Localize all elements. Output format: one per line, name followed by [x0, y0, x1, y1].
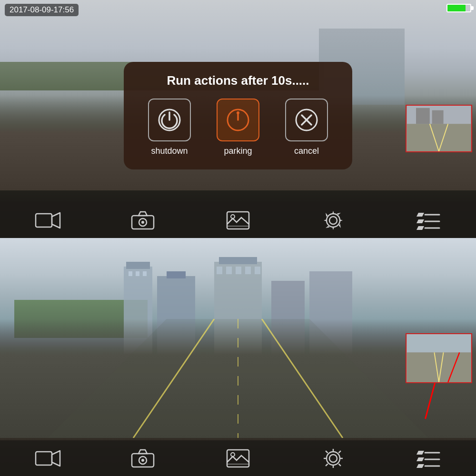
screen: 2017-08-09-17:56 Run actions after 10s..… — [0, 0, 476, 476]
gallery-button[interactable] — [221, 207, 255, 233]
svg-rect-45 — [255, 267, 260, 274]
svg-marker-75 — [416, 451, 424, 455]
shutdown-label: shutdown — [151, 146, 188, 156]
toolbar-top — [0, 202, 476, 238]
menu-button-bottom[interactable] — [412, 445, 445, 471]
thumbnail-top-scene — [407, 106, 471, 151]
shutdown-btn-circle[interactable] — [148, 99, 191, 141]
dialog-title: Run actions after 10s..... — [138, 73, 338, 88]
svg-line-74 — [326, 464, 327, 466]
svg-line-72 — [339, 464, 341, 466]
svg-marker-79 — [416, 464, 424, 468]
svg-marker-28 — [416, 226, 424, 230]
svg-rect-44 — [245, 267, 251, 274]
svg-rect-52 — [407, 352, 471, 382]
camera-button-bottom[interactable] — [126, 445, 159, 471]
svg-point-65 — [329, 455, 337, 462]
svg-marker-16 — [139, 212, 147, 216]
thumbnail-top-right — [406, 105, 472, 152]
svg-marker-24 — [416, 213, 424, 217]
action-dialog: Run actions after 10s..... shutdown — [124, 62, 352, 169]
shutdown-button[interactable]: shutdown — [148, 99, 191, 156]
dialog-buttons: shutdown parking — [138, 99, 338, 156]
svg-marker-57 — [52, 451, 60, 466]
svg-rect-33 — [167, 271, 186, 278]
svg-rect-31 — [126, 262, 150, 269]
svg-point-23 — [327, 214, 340, 227]
settings-button[interactable] — [317, 207, 350, 233]
svg-rect-51 — [407, 334, 471, 352]
thumbnail-bottom-scene — [407, 334, 471, 382]
settings-button-bottom[interactable] — [317, 445, 350, 471]
svg-line-73 — [339, 451, 341, 453]
svg-rect-13 — [36, 214, 52, 227]
svg-rect-2 — [416, 108, 430, 124]
thumbnail-bottom-right — [406, 333, 472, 383]
timestamp: 2017-08-09-17:56 — [5, 4, 79, 16]
cancel-button[interactable]: cancel — [285, 99, 328, 156]
battery-body — [446, 4, 471, 12]
cancel-btn-circle[interactable] — [285, 99, 328, 141]
svg-point-18 — [141, 221, 144, 224]
svg-marker-14 — [52, 213, 60, 228]
svg-rect-38 — [129, 271, 132, 276]
cancel-icon — [294, 108, 319, 132]
camera-button[interactable] — [126, 207, 159, 233]
svg-point-22 — [329, 217, 337, 224]
video-button-bottom[interactable] — [31, 445, 64, 471]
menu-button[interactable] — [412, 207, 445, 233]
svg-rect-43 — [236, 267, 241, 274]
svg-point-61 — [141, 459, 144, 462]
svg-point-66 — [327, 452, 340, 465]
svg-line-71 — [326, 451, 327, 453]
svg-rect-42 — [226, 267, 232, 274]
video-button[interactable] — [31, 207, 64, 233]
svg-rect-4 — [407, 124, 471, 151]
parking-button[interactable]: parking — [217, 99, 259, 156]
svg-marker-59 — [139, 450, 147, 454]
parking-btn-circle[interactable] — [217, 99, 259, 141]
bottom-camera-view — [0, 238, 476, 476]
battery-fill — [447, 5, 466, 11]
top-camera-view: 2017-08-09-17:56 Run actions after 10s..… — [0, 0, 476, 238]
power-icon — [157, 108, 182, 132]
svg-rect-3 — [432, 110, 444, 124]
svg-rect-35 — [219, 257, 257, 264]
cancel-label: cancel — [294, 146, 319, 156]
parking-label: parking — [224, 146, 252, 156]
svg-rect-40 — [143, 271, 147, 276]
toolbar-bottom — [0, 440, 476, 476]
svg-rect-39 — [136, 271, 139, 276]
svg-rect-41 — [217, 267, 222, 274]
parking-icon — [226, 108, 250, 132]
svg-marker-26 — [416, 219, 424, 223]
svg-point-9 — [237, 111, 239, 114]
svg-rect-56 — [36, 452, 52, 465]
battery-indicator — [446, 4, 471, 14]
road-markings-bottom — [0, 319, 476, 438]
gallery-button-bottom[interactable] — [221, 445, 255, 471]
svg-marker-77 — [416, 457, 424, 461]
